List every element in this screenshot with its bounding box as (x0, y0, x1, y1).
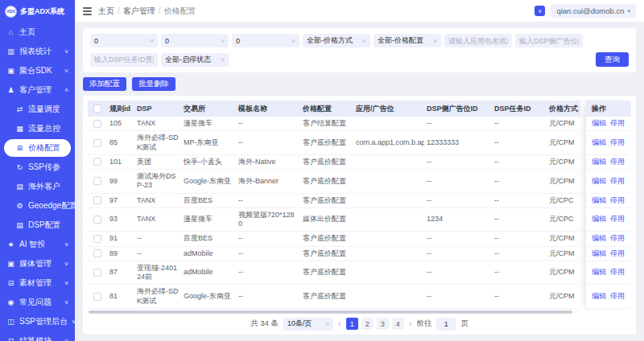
app-root: ADX 多盟ADX系统 ⌂主页▥报表统计∨▣聚合SDK∨♟客户管理∧⇄流量调度▦… (0, 0, 644, 341)
app-package-input[interactable] (444, 34, 512, 47)
disable-link[interactable]: 停用 (610, 215, 625, 223)
sidebar-item-traffic-schedule[interactable]: ⇄流量调度 (0, 100, 75, 119)
row-checkbox[interactable] (93, 269, 101, 277)
cell-dsp-placement-id: -- (424, 285, 492, 309)
sidebar-item-faq[interactable]: ◉常见问题∨ (0, 293, 75, 312)
sidebar-item-geoedge-config[interactable]: ⚙Geoedge配置 (0, 196, 75, 216)
table-header-row: 规则idDSP交易所模板名称价格配置应用/广告位DSP侧广告位IDDSP任务ID… (88, 101, 580, 117)
price-config-select[interactable]: 全部-价格配置∨ (374, 34, 441, 47)
disable-link[interactable]: 停用 (610, 292, 625, 300)
disable-link[interactable]: 停用 (610, 158, 625, 166)
prev-page-button[interactable]: ‹ (338, 319, 341, 328)
main-area: 主页 / 客户管理 / 价格配置 ∨ qian.cui@domob.cn ▾ 0… (75, 0, 644, 341)
status-select[interactable]: 全部-启停状态∨ (161, 53, 229, 67)
edit-link[interactable]: 编辑 (592, 196, 606, 204)
next-page-button[interactable]: › (409, 319, 412, 328)
cell-template: 视频竖版720*1280 (236, 208, 300, 232)
edit-link[interactable]: 编辑 (592, 177, 606, 185)
edit-link[interactable]: 编辑 (592, 158, 606, 166)
row-checkbox[interactable] (93, 120, 101, 128)
user-menu[interactable]: qian.cui@domob.cn ▾ (551, 4, 636, 18)
row-checkbox[interactable] (93, 177, 101, 185)
cell-template: -- (236, 117, 300, 131)
filter-select-2[interactable]: 0∨ (161, 34, 229, 47)
sidebar-item-label: 客户管理 (19, 84, 52, 96)
sidebar-item-media-mgmt[interactable]: ▣媒体管理∨ (0, 254, 75, 273)
row-checkbox[interactable] (93, 235, 101, 243)
row-checkbox[interactable] (93, 293, 101, 301)
dsp-task-id-input[interactable] (90, 53, 158, 67)
cell-dsp-placement-id: -- (424, 247, 492, 261)
table-row: 81海外必得-SDK测试Google-东南亚--客户底价配置----元/CPM (88, 285, 580, 309)
edit-link[interactable]: 编辑 (592, 234, 606, 242)
row-checkbox[interactable] (93, 249, 101, 257)
select-all-checkbox[interactable] (93, 105, 101, 113)
select-value: 全部-启停状态 (165, 55, 211, 65)
sidebar-item-customer-mgmt[interactable]: ♟客户管理∧ (0, 80, 75, 100)
horizontal-scrollbar[interactable] (89, 310, 572, 314)
row-checkbox[interactable] (93, 158, 101, 166)
sidebar-item-price-config[interactable]: ⊞价格配置 (4, 139, 71, 157)
sidebar-item-report-stats[interactable]: ▥报表统计∨ (0, 42, 75, 61)
col-header-8: 价格方式 (547, 101, 580, 117)
disable-link[interactable]: 停用 (610, 268, 625, 276)
page-button-3[interactable]: 3 (377, 318, 389, 330)
cell-template: -- (236, 247, 300, 261)
cell-exchange: 百度BES (181, 232, 236, 246)
row-checkbox[interactable] (93, 139, 101, 147)
app-logo-icon: ADX (5, 6, 17, 18)
price-mode-select[interactable]: 全部-价格方式∨ (303, 34, 370, 47)
sidebar-item-home[interactable]: ⌂主页 (0, 23, 75, 42)
edit-link[interactable]: 编辑 (592, 215, 606, 223)
dsp-placement-id-input[interactable] (515, 34, 583, 47)
chevron-down-icon: ∨ (432, 38, 438, 44)
chevron-down-icon: ∨ (149, 38, 155, 44)
disable-link[interactable]: 停用 (610, 234, 625, 242)
cell-price-config: 客户底价配置 (300, 285, 353, 309)
bar-chart-icon: ▥ (6, 47, 15, 55)
disable-link[interactable]: 停用 (610, 249, 625, 257)
edit-link[interactable]: 编辑 (592, 249, 606, 257)
disable-link[interactable]: 停用 (610, 138, 625, 146)
sidebar-item-traffic-control[interactable]: ▦流量总控 (0, 119, 75, 138)
edit-link[interactable]: 编辑 (592, 138, 606, 146)
cell-dsp-task-id: -- (492, 285, 547, 309)
goto-page-input[interactable] (436, 318, 456, 331)
user-email: qian.cui@domob.cn (556, 6, 624, 15)
row-checkbox[interactable] (93, 216, 101, 224)
search-button[interactable]: 查询 (596, 52, 629, 67)
edit-link[interactable]: 编辑 (592, 119, 606, 127)
edit-link[interactable]: 编辑 (592, 268, 606, 276)
sidebar-item-overseas-customer[interactable]: ▤海外客户 (0, 177, 75, 196)
disable-link[interactable]: 停用 (610, 196, 625, 204)
filter-select-3[interactable]: 0∨ (232, 34, 299, 47)
chevron-down-icon: ∨ (220, 38, 225, 44)
sidebar-item-dsp-config[interactable]: ▤DSP配置 (0, 216, 75, 235)
sidebar-item-ai-invest[interactable]: ★AI 智投∨ (0, 235, 75, 254)
chevron-down-icon: ∨ (64, 261, 69, 267)
sidebar-item-asset-mgmt[interactable]: ⊟素材管理∨ (0, 273, 75, 293)
page-button-1[interactable]: 1 (346, 318, 358, 330)
header-blue-badge-button[interactable]: ∨ (535, 6, 545, 16)
breadcrumb-home[interactable]: 主页 (98, 6, 114, 17)
pagination-total: 共 34 条 (250, 318, 279, 329)
sidebar-item-settlement[interactable]: ⊡结算模块∨ (0, 331, 75, 341)
edit-link[interactable]: 编辑 (592, 292, 606, 300)
batch-delete-button[interactable]: 批量删除 (132, 77, 175, 91)
table-row-actions: 编辑停用 (586, 155, 631, 170)
disable-link[interactable]: 停用 (610, 119, 625, 127)
page-size-select[interactable]: 10条/页 ∨ (283, 318, 333, 331)
sidebar-item-ssp-admin[interactable]: ◫SSP管理后台∨ (0, 312, 75, 331)
page-button-2[interactable]: 2 (361, 318, 374, 330)
filter-select-1[interactable]: 0∨ (90, 34, 158, 47)
breadcrumb: 主页 / 客户管理 / 价格配置 (98, 6, 196, 17)
add-config-button[interactable]: 添加配置 (83, 77, 126, 91)
table-row-actions: 编辑停用 (586, 261, 631, 286)
disable-link[interactable]: 停用 (610, 177, 625, 185)
row-checkbox[interactable] (93, 196, 101, 204)
sidebar-item-ssp-param[interactable]: ↻SSP传参 (0, 158, 75, 177)
breadcrumb-customer-mgmt[interactable]: 客户管理 (123, 6, 155, 17)
page-button-4[interactable]: 4 (392, 318, 404, 330)
collapse-sidebar-icon[interactable] (83, 7, 92, 15)
sidebar-item-sdk[interactable]: ▣聚合SDK∨ (0, 61, 75, 80)
